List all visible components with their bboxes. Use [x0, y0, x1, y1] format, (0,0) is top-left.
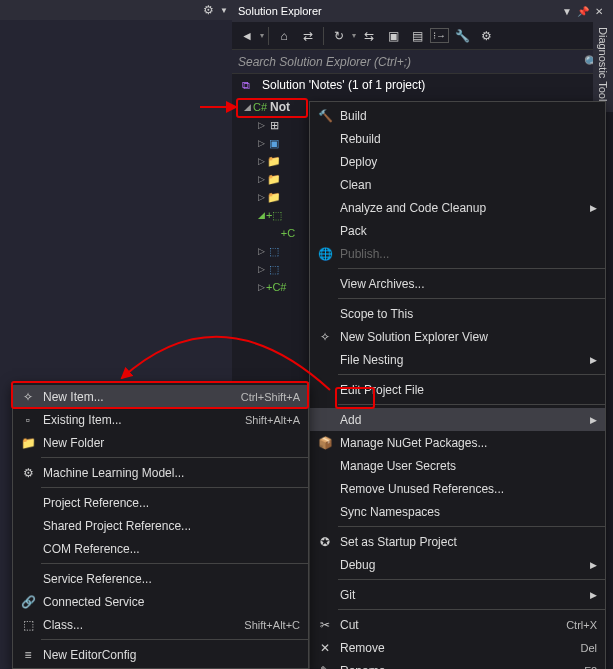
- menu-item-new-editorconfig[interactable]: ≡New EditorConfig: [13, 643, 308, 666]
- chevron-right-icon: ▶: [584, 203, 597, 213]
- menu-item-analyze-and-code-cleanup[interactable]: Analyze and Code Cleanup▶: [310, 196, 605, 219]
- switch-view-icon[interactable]: ⇄: [297, 25, 319, 47]
- refresh-icon[interactable]: ↻: [328, 25, 350, 47]
- menu-item-new-solution-explorer-view[interactable]: ✧New Solution Explorer View: [310, 325, 605, 348]
- menu-item-machine-learning-model[interactable]: ⚙Machine Learning Model...: [13, 461, 308, 484]
- preview-icon[interactable]: ▤: [406, 25, 428, 47]
- panel-header: Solution Explorer ▼ 📌 ✕: [232, 0, 613, 22]
- remove-icon: ✕: [314, 641, 336, 655]
- context-menu: 🔨BuildRebuildDeployCleanAnalyze and Code…: [309, 101, 606, 669]
- menu-item-project-reference[interactable]: Project Reference...: [13, 491, 308, 514]
- newitem-icon: ✧: [17, 390, 39, 404]
- chevron-right-icon: ▶: [584, 590, 597, 600]
- star-icon: ✪: [314, 535, 336, 549]
- editorconfig-icon: ≡: [17, 648, 39, 662]
- menu-item-remove-unused-references[interactable]: Remove Unused References...: [310, 477, 605, 500]
- newview-icon: ✧: [314, 330, 336, 344]
- menu-item-set-as-startup-project[interactable]: ✪Set as Startup Project: [310, 530, 605, 553]
- folder-icon: 📁: [266, 191, 282, 204]
- folder-icon: 📁: [17, 436, 39, 450]
- existing-icon: ▫: [17, 413, 39, 427]
- class-icon: ⬚: [17, 618, 39, 632]
- menu-item-file-nesting[interactable]: File Nesting▶: [310, 348, 605, 371]
- dropdown-icon[interactable]: ▼: [220, 6, 228, 15]
- cut-icon: ✂: [314, 618, 336, 632]
- menu-item-add[interactable]: Add▶: [310, 408, 605, 431]
- chevron-right-icon: ▶: [584, 355, 597, 365]
- menu-item-manage-user-secrets[interactable]: Manage User Secrets: [310, 454, 605, 477]
- globe-icon: 🌐: [314, 247, 336, 261]
- back-icon[interactable]: ◄: [236, 25, 258, 47]
- diagnostic-tools-tab[interactable]: Diagnostic Tools: [593, 22, 613, 112]
- menu-item-deploy[interactable]: Deploy: [310, 150, 605, 173]
- menu-item-service-reference[interactable]: Service Reference...: [13, 567, 308, 590]
- menu-item-remove[interactable]: ✕RemoveDel: [310, 636, 605, 659]
- menu-item-scope-to-this[interactable]: Scope to This: [310, 302, 605, 325]
- add-submenu: ✧New Item...Ctrl+Shift+A▫Existing Item..…: [12, 382, 309, 669]
- toolbar: ◄▾ ⌂ ⇄ ↻▾ ⇆ ▣ ▤ ⁝→ 🔧 ⚙: [232, 22, 613, 50]
- menu-item-class[interactable]: ⬚Class...Shift+Alt+C: [13, 613, 308, 636]
- chevron-right-icon: ▶: [584, 560, 597, 570]
- nesting-button[interactable]: ⁝→: [430, 28, 449, 43]
- settings-icon[interactable]: ⚙: [475, 25, 497, 47]
- menu-item-rename[interactable]: ✎RenameF2: [310, 659, 605, 669]
- folder-icon: 📁: [266, 155, 282, 168]
- show-all-icon[interactable]: ▣: [382, 25, 404, 47]
- menu-item-build[interactable]: 🔨Build: [310, 104, 605, 127]
- menu-item-connected-service[interactable]: 🔗Connected Service: [13, 590, 308, 613]
- panel-title: Solution Explorer: [238, 5, 559, 17]
- pin-icon[interactable]: 📌: [575, 6, 591, 17]
- nuget-icon: 📦: [314, 436, 336, 450]
- menu-item-cut[interactable]: ✂CutCtrl+X: [310, 613, 605, 636]
- menu-item-pack[interactable]: Pack: [310, 219, 605, 242]
- menu-item-publish: 🌐Publish...: [310, 242, 605, 265]
- menu-item-sync-namespaces[interactable]: Sync Namespaces: [310, 500, 605, 523]
- menu-item-new-folder[interactable]: 📁New Folder: [13, 431, 308, 454]
- menu-item-existing-item[interactable]: ▫Existing Item...Shift+Alt+A: [13, 408, 308, 431]
- hammer-icon: 🔨: [314, 109, 336, 123]
- menu-item-clean[interactable]: Clean: [310, 173, 605, 196]
- menu-item-rebuild[interactable]: Rebuild: [310, 127, 605, 150]
- menu-item-edit-project-file[interactable]: Edit Project File: [310, 378, 605, 401]
- collapse-icon[interactable]: ⇆: [358, 25, 380, 47]
- csharp-project-icon: C#: [252, 101, 268, 113]
- chevron-right-icon: ▶: [584, 415, 597, 425]
- solution-icon: ⧉: [242, 79, 258, 92]
- folder-icon: 📁: [266, 173, 282, 186]
- menu-item-git[interactable]: Git▶: [310, 583, 605, 606]
- ml-icon: ⚙: [17, 466, 39, 480]
- properties-icon[interactable]: 🔧: [451, 25, 473, 47]
- menu-item-view-archives[interactable]: View Archives...: [310, 272, 605, 295]
- menu-item-manage-nuget-packages[interactable]: 📦Manage NuGet Packages...: [310, 431, 605, 454]
- menu-item-com-reference[interactable]: COM Reference...: [13, 537, 308, 560]
- connected-icon: 🔗: [17, 595, 39, 609]
- search-input[interactable]: Search Solution Explorer (Ctrl+;) 🔍 ▾: [232, 50, 613, 74]
- settings-icon[interactable]: ⚙: [203, 3, 214, 17]
- home-icon[interactable]: ⌂: [273, 25, 295, 47]
- menu-item-shared-project-reference[interactable]: Shared Project Reference...: [13, 514, 308, 537]
- panel-dropdown-icon[interactable]: ▼: [559, 6, 575, 17]
- menu-item-new-item[interactable]: ✧New Item...Ctrl+Shift+A: [13, 385, 308, 408]
- rename-icon: ✎: [314, 664, 336, 670]
- solution-node[interactable]: ⧉ Solution 'Notes' (1 of 1 project): [232, 74, 613, 96]
- close-icon[interactable]: ✕: [591, 6, 607, 17]
- menu-item-debug[interactable]: Debug▶: [310, 553, 605, 576]
